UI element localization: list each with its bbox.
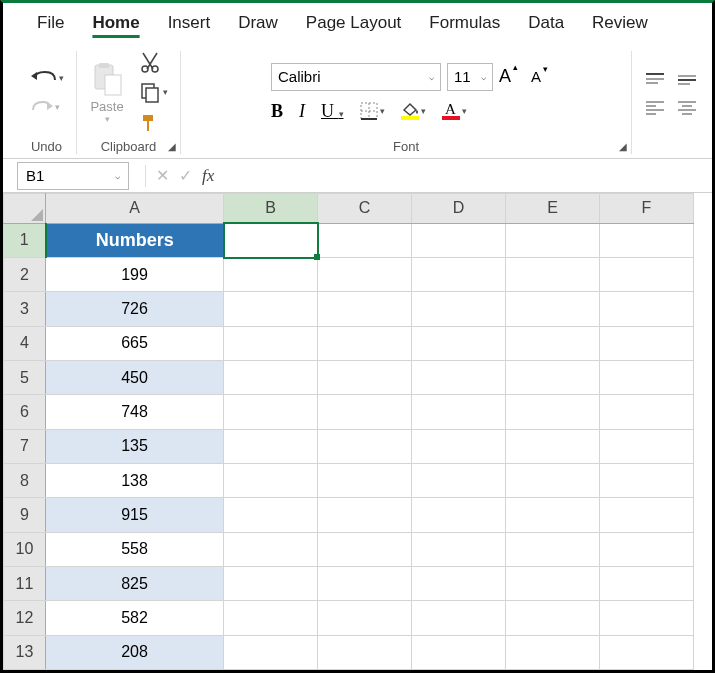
formula-input[interactable] — [224, 162, 712, 190]
cancel-formula-icon[interactable]: ✕ — [156, 166, 169, 185]
svg-rect-6 — [146, 88, 158, 102]
chevron-down-icon: ⌵ — [429, 72, 434, 82]
chevron-down-icon: ▾ — [105, 114, 110, 124]
bold-button[interactable]: B — [271, 101, 283, 122]
col-header-e[interactable]: E — [506, 194, 600, 224]
cell-a10[interactable]: 558 — [46, 532, 224, 566]
group-undo: ▾ ▾ Undo — [17, 51, 77, 154]
ribbon-tabs: File Home Insert Draw Page Layout Formul… — [3, 3, 712, 45]
paste-label: Paste — [90, 99, 123, 114]
row-header-2[interactable]: 2 — [4, 258, 46, 292]
dialog-launcher-icon[interactable]: ◢ — [168, 141, 176, 152]
copy-icon[interactable] — [139, 81, 161, 103]
paste-button[interactable]: Paste ▾ — [89, 61, 125, 124]
tab-review[interactable]: Review — [592, 13, 648, 37]
tab-insert[interactable]: Insert — [168, 13, 211, 37]
cell-e1[interactable] — [506, 223, 600, 257]
cut-icon[interactable] — [139, 51, 161, 73]
chevron-down-icon: ⌵ — [115, 171, 120, 181]
cell-a7[interactable]: 135 — [46, 429, 224, 463]
row-header-7[interactable]: 7 — [4, 429, 46, 463]
svg-rect-2 — [105, 75, 121, 95]
fill-color-button[interactable]: ▾ — [401, 102, 426, 120]
group-font: Calibri⌵ 11⌵ A▴ A▾ B I U ▾ ▾ — [181, 51, 632, 154]
tab-file[interactable]: File — [37, 13, 64, 37]
cell-a3[interactable]: 726 — [46, 292, 224, 326]
italic-button[interactable]: I — [299, 101, 305, 122]
increase-font-button[interactable]: A▴ — [499, 66, 511, 87]
chevron-down-icon: ▾ — [59, 73, 64, 83]
format-painter-icon[interactable] — [139, 111, 161, 133]
group-label-clipboard: Clipboard ◢ — [89, 139, 168, 154]
tab-data[interactable]: Data — [528, 13, 564, 37]
align-top-icon[interactable] — [644, 72, 666, 88]
cell-a4[interactable]: 665 — [46, 326, 224, 360]
row-header-10[interactable]: 10 — [4, 532, 46, 566]
row-header-4[interactable]: 4 — [4, 326, 46, 360]
insert-function-icon[interactable]: fx — [202, 166, 214, 186]
cell-a6[interactable]: 748 — [46, 395, 224, 429]
group-label-undo: Undo — [29, 139, 64, 154]
ribbon: ▾ ▾ Undo Paste ▾ ▾ — [3, 45, 712, 159]
font-color-button[interactable]: A ▾ — [442, 102, 467, 120]
row-header-6[interactable]: 6 — [4, 395, 46, 429]
select-all-corner[interactable] — [4, 194, 46, 224]
cell-a5[interactable]: 450 — [46, 361, 224, 395]
group-clipboard: Paste ▾ ▾ Clipboard ◢ — [77, 51, 181, 154]
cell-b1[interactable] — [224, 223, 318, 257]
dialog-launcher-icon[interactable]: ◢ — [619, 141, 627, 152]
cell-a2[interactable]: 199 — [46, 258, 224, 292]
redo-button[interactable]: ▾ — [29, 98, 60, 116]
chevron-down-icon: ⌵ — [481, 72, 486, 82]
cell-a11[interactable]: 825 — [46, 566, 224, 600]
tab-draw[interactable]: Draw — [238, 13, 278, 37]
cell-a1[interactable]: Numbers — [46, 223, 224, 257]
cell-f1[interactable] — [600, 223, 694, 257]
undo-button[interactable]: ▾ — [29, 68, 64, 88]
row-header-11[interactable]: 11 — [4, 566, 46, 600]
borders-button[interactable]: ▾ — [360, 102, 385, 120]
cell-a13[interactable]: 208 — [46, 635, 224, 670]
enter-formula-icon[interactable]: ✓ — [179, 166, 192, 185]
row-header-5[interactable]: 5 — [4, 361, 46, 395]
tab-home[interactable]: Home — [92, 13, 139, 37]
group-alignment — [632, 51, 698, 154]
decrease-font-button[interactable]: A▾ — [531, 68, 541, 85]
col-header-d[interactable]: D — [412, 194, 506, 224]
align-center-icon[interactable] — [676, 100, 698, 116]
cell-c1[interactable] — [318, 223, 412, 257]
cell-a12[interactable]: 582 — [46, 601, 224, 635]
group-label-font: Font ◢ — [193, 139, 619, 154]
align-middle-icon[interactable] — [676, 72, 698, 88]
chevron-down-icon: ▾ — [163, 87, 168, 97]
svg-rect-1 — [99, 63, 109, 68]
cell-a8[interactable]: 138 — [46, 463, 224, 497]
row-header-8[interactable]: 8 — [4, 463, 46, 497]
tab-formulas[interactable]: Formulas — [429, 13, 500, 37]
chevron-down-icon: ▾ — [55, 102, 60, 112]
row-header-3[interactable]: 3 — [4, 292, 46, 326]
name-box[interactable]: B1 ⌵ — [17, 162, 129, 190]
col-header-b[interactable]: B — [224, 194, 318, 224]
cell-a9[interactable]: 915 — [46, 498, 224, 532]
spreadsheet-grid: A B C D E F 1 Numbers 2199 3726 4665 545… — [3, 193, 712, 670]
col-header-a[interactable]: A — [46, 194, 224, 224]
tab-page-layout[interactable]: Page Layout — [306, 13, 401, 37]
row-header-13[interactable]: 13 — [4, 635, 46, 670]
font-name-select[interactable]: Calibri⌵ — [271, 63, 441, 91]
col-header-c[interactable]: C — [318, 194, 412, 224]
cell-d1[interactable] — [412, 223, 506, 257]
underline-button[interactable]: U ▾ — [321, 101, 344, 122]
font-size-select[interactable]: 11⌵ — [447, 63, 493, 91]
row-header-12[interactable]: 12 — [4, 601, 46, 635]
formula-bar-row: B1 ⌵ ✕ ✓ fx — [3, 159, 712, 193]
col-header-f[interactable]: F — [600, 194, 694, 224]
row-header-9[interactable]: 9 — [4, 498, 46, 532]
row-header-1[interactable]: 1 — [4, 223, 46, 257]
align-left-icon[interactable] — [644, 100, 666, 116]
